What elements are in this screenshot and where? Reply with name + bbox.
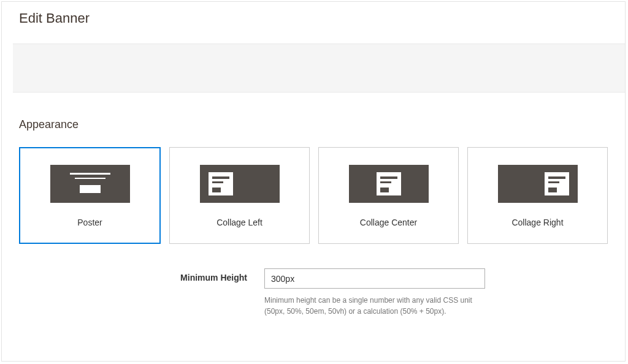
poster-thumbnail-icon bbox=[50, 165, 130, 203]
appearance-option-collage-left[interactable]: Collage Left bbox=[169, 147, 310, 244]
appearance-option-collage-center[interactable]: Collage Center bbox=[318, 147, 459, 244]
min-height-row: Minimum Height Minimum height can be a s… bbox=[19, 268, 608, 317]
appearance-title: Appearance bbox=[19, 118, 608, 131]
option-label: Poster bbox=[77, 218, 102, 227]
page-title: Edit Banner bbox=[2, 2, 625, 26]
header-bar bbox=[13, 44, 625, 93]
option-label: Collage Center bbox=[360, 218, 417, 227]
appearance-options: Poster Collage Left bbox=[19, 147, 608, 244]
appearance-option-poster[interactable]: Poster bbox=[19, 147, 161, 244]
min-height-help: Minimum height can be a single number wi… bbox=[264, 295, 485, 317]
min-height-label: Minimum Height bbox=[19, 268, 264, 282]
min-height-control: Minimum height can be a single number wi… bbox=[264, 268, 485, 317]
option-label: Collage Left bbox=[216, 218, 262, 227]
edit-banner-panel: Edit Banner Appearance Poster bbox=[1, 1, 626, 362]
collage-left-thumbnail-icon bbox=[200, 165, 280, 203]
collage-right-thumbnail-icon bbox=[498, 165, 578, 203]
option-label: Collage Right bbox=[511, 218, 563, 227]
min-height-input[interactable] bbox=[264, 268, 485, 289]
appearance-option-collage-right[interactable]: Collage Right bbox=[467, 147, 608, 244]
collage-center-thumbnail-icon bbox=[349, 165, 429, 203]
appearance-section: Appearance Poster Collage bbox=[2, 93, 625, 317]
